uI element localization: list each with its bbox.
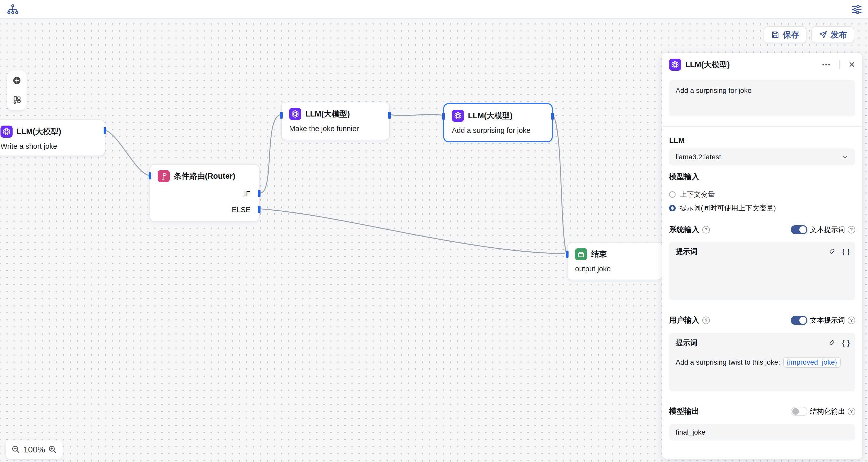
workflow-canvas[interactable]: 保存 发布 100%	[0, 19, 868, 462]
else-output-handle[interactable]	[258, 206, 260, 213]
chevron-down-icon	[841, 153, 849, 161]
node-title: 结束	[591, 249, 607, 259]
paper-plane-icon	[818, 30, 828, 39]
more-menu-button[interactable]: •••	[822, 61, 831, 68]
output-variable-input[interactable]: final_joke	[669, 424, 855, 441]
edge-llm2-llm3	[391, 115, 442, 115]
llm-section-label: LLM	[669, 136, 685, 144]
node-llm-write-short-joke[interactable]: LLM(大模型) Write a short joke	[0, 119, 105, 156]
user-text-prompt-toggle[interactable]	[791, 316, 807, 325]
panel-title: LLM(大模型)	[685, 59, 818, 70]
zoom-out-button[interactable]	[11, 444, 21, 455]
edge-router-else-end	[260, 209, 565, 254]
node-description-input[interactable]: Add a surprising for joke	[669, 80, 855, 116]
node-router[interactable]: 条件路由(Router) IF ELSE	[150, 164, 259, 222]
radio-prompt[interactable]: 提示词(同时可使用上下文变量)	[669, 203, 776, 213]
save-button[interactable]: 保存	[764, 26, 806, 43]
question-circle-icon[interactable]: ?	[848, 408, 855, 415]
node-title: LLM(大模型)	[17, 126, 61, 137]
zoom-level: 100%	[23, 445, 45, 455]
openai-swirl-icon	[452, 110, 464, 122]
canvas-side-tools	[7, 70, 27, 110]
settings-sliders-icon[interactable]	[851, 4, 863, 15]
question-circle-icon[interactable]: ?	[848, 317, 855, 324]
node-subtitle: output joke	[575, 265, 611, 273]
node-llm-add-surprising[interactable]: LLM(大模型) Add a surprising for joke	[443, 103, 553, 142]
system-text-prompt-toggle[interactable]	[791, 225, 807, 234]
box-icon	[575, 248, 587, 260]
node-subtitle: Write a short joke	[0, 142, 57, 150]
toggle-label: 结构化输出	[810, 407, 845, 416]
radio-checked-icon[interactable]	[669, 205, 676, 211]
close-panel-button[interactable]: ✕	[848, 60, 855, 69]
canvas-actions: 保存 发布	[764, 26, 854, 43]
question-circle-icon[interactable]: ?	[702, 317, 710, 324]
openai-swirl-icon	[289, 108, 301, 120]
eraser-icon[interactable]	[828, 339, 836, 347]
radio-label: 提示词(同时可使用上下文变量)	[680, 203, 776, 213]
header-divider	[839, 60, 840, 69]
zoom-controls: 100%	[6, 440, 63, 459]
model-select[interactable]: llama3.2:latest	[669, 148, 855, 165]
prompt-label: 提示词	[676, 247, 828, 257]
edge-llm1-router	[104, 130, 149, 175]
save-button-label: 保存	[783, 29, 799, 40]
radio-context-variable[interactable]: 上下文变量	[669, 190, 715, 199]
system-prompt-box[interactable]: 提示词 { }	[669, 241, 855, 300]
user-prompt-text[interactable]: Add a surprising twist to this joke:	[676, 358, 780, 366]
node-properties-panel: LLM(大模型) ••• ✕ Add a surprising for joke…	[662, 53, 862, 459]
openai-swirl-icon	[669, 59, 681, 71]
structured-output-toggle[interactable]	[791, 407, 807, 416]
node-title: LLM(大模型)	[468, 111, 513, 121]
input-handle[interactable]	[566, 251, 568, 258]
system-input-label: 系统输入	[669, 225, 699, 235]
zoom-in-button[interactable]	[48, 444, 58, 455]
output-handle[interactable]	[103, 127, 106, 134]
question-circle-icon[interactable]: ?	[702, 226, 710, 233]
auto-layout-button[interactable]	[12, 95, 22, 105]
router-if-label: IF	[244, 190, 250, 198]
app-logo-icon	[7, 4, 19, 15]
node-title: LLM(大模型)	[305, 109, 350, 119]
edge-router-if-llm2	[260, 115, 280, 193]
variable-chip[interactable]: {improved_joke}	[783, 357, 841, 368]
node-subtitle: Make the joke funnier	[289, 124, 359, 133]
eraser-icon[interactable]	[828, 248, 836, 255]
add-node-button[interactable]	[12, 76, 21, 85]
system-input-header: 系统输入 ? 文本提示词 ?	[669, 225, 855, 235]
radio-unchecked-icon[interactable]	[669, 191, 676, 198]
publish-button-label: 发布	[831, 29, 847, 40]
output-handle[interactable]	[551, 113, 554, 120]
edge-llm3-end	[553, 115, 566, 252]
input-handle[interactable]	[442, 113, 445, 120]
model-output-header: 模型输出 结构化输出 ?	[669, 406, 855, 416]
if-output-handle[interactable]	[258, 190, 260, 197]
toggle-label: 文本提示词	[810, 225, 845, 234]
top-bar	[0, 0, 868, 19]
model-select-value: llama3.2:latest	[676, 153, 841, 161]
user-input-label: 用户输入	[669, 315, 699, 325]
model-input-label: 模型输入	[669, 172, 699, 182]
node-title: 条件路由(Router)	[174, 171, 235, 181]
question-circle-icon[interactable]: ?	[848, 226, 855, 233]
user-input-header: 用户输入 ? 文本提示词 ?	[669, 315, 855, 325]
user-prompt-box[interactable]: 提示词 { } Add a surprising twist to this j…	[669, 333, 855, 391]
floppy-icon	[771, 30, 780, 39]
openai-swirl-icon	[0, 125, 12, 138]
router-else-label: ELSE	[232, 206, 250, 214]
curly-braces-icon[interactable]: { }	[842, 248, 850, 256]
publish-button[interactable]: 发布	[811, 26, 854, 43]
signpost-icon	[158, 170, 170, 182]
toggle-label: 文本提示词	[810, 316, 845, 325]
node-subtitle: Add a surprising for joke	[452, 126, 531, 135]
section-divider	[662, 126, 862, 126]
node-llm-make-joke-funnier[interactable]: LLM(大模型) Make the joke funnier	[281, 102, 390, 140]
input-handle[interactable]	[280, 112, 283, 119]
curly-braces-icon[interactable]: { }	[842, 339, 850, 347]
model-output-label: 模型输出	[669, 406, 699, 416]
radio-label: 上下文变量	[680, 190, 715, 199]
prompt-label: 提示词	[676, 338, 828, 348]
output-handle[interactable]	[388, 112, 391, 119]
node-end[interactable]: 结束 output joke	[567, 242, 662, 280]
input-handle[interactable]	[149, 172, 151, 179]
